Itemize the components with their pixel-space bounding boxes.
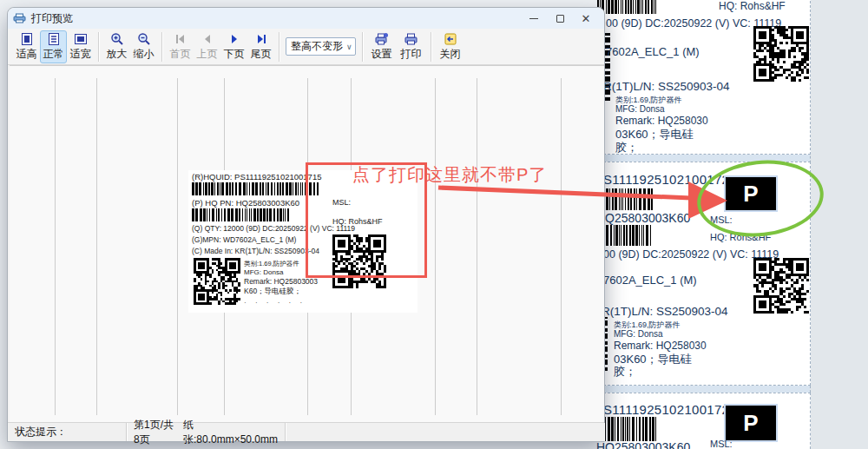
msl-p-mark: P <box>726 406 776 440</box>
label-lot: R(1T)L/N: SS250903-04 <box>602 305 728 318</box>
maximize-button[interactable] <box>547 9 573 28</box>
next-page-button[interactable]: 下页 <box>220 30 247 63</box>
p-letter: P <box>743 181 758 208</box>
print-settings-icon <box>374 32 389 46</box>
label-remark: Remark: HQ258030 <box>614 340 707 352</box>
close-icon: ✕ <box>582 13 591 24</box>
scale-mode-select[interactable]: 整高不变形 ∨ <box>286 37 356 56</box>
label-hquid: S11119251021001721 <box>603 172 737 187</box>
print-preview-window: 打印预览 ✕ 适高 正常 适宽 <box>7 7 605 442</box>
barcode <box>597 417 656 441</box>
printed-label-3: S11119251021001722 P HQ25803003K60 MSL: <box>599 393 811 449</box>
label-mfg: MFG: Donsa <box>615 104 665 114</box>
qr-code <box>753 26 809 82</box>
barcode <box>192 182 319 195</box>
preview-made-in: (C) Made In: KR(1T)L/N: SS250903-04 <box>192 247 319 255</box>
print-settings-button[interactable]: 设置 <box>367 30 397 63</box>
label-guide-line <box>177 78 178 415</box>
window-title: 打印预览 <box>31 11 73 26</box>
label-sheet-panel: HQ: Rohs&HF 00 (9D) DC:20250922 (V) VC: … <box>599 0 868 449</box>
preview-qty: (Q) QTY: 12000 (9D) DC:20250922 (V) VC: … <box>192 224 355 233</box>
print-icon <box>404 32 418 46</box>
prev-page-button[interactable]: 上页 <box>194 30 220 63</box>
label-remark3: 胶； <box>615 140 638 155</box>
qr-code <box>332 234 386 288</box>
close-button[interactable]: ✕ <box>573 9 599 28</box>
label-guide-line <box>55 78 56 415</box>
first-page-button[interactable]: 首页 <box>167 30 194 63</box>
normal-view-icon <box>47 32 61 46</box>
status-extra <box>286 423 604 441</box>
prev-page-label: 上页 <box>197 47 218 62</box>
sheet-gutter <box>810 0 868 449</box>
prev-page-icon <box>201 32 214 46</box>
preview-msl: MSL: <box>332 198 351 207</box>
label-guide-line <box>435 78 436 415</box>
preview-hquid: (R)HQUID: PS11119251021001715 <box>192 172 321 182</box>
label-guide-line <box>477 78 477 415</box>
fit-width-label: 适宽 <box>70 47 91 62</box>
print-label: 打印 <box>401 47 422 62</box>
first-page-icon <box>174 32 187 46</box>
label-mfg: MFG: Donsa <box>614 329 663 339</box>
scale-mode-value: 整高不变形 <box>291 39 343 54</box>
last-page-button[interactable]: 尾页 <box>247 30 274 63</box>
normal-view-label: 正常 <box>43 47 64 62</box>
barcode <box>597 188 654 210</box>
preview-area[interactable]: (R)HQUID: PS11119251021001715 (P) HQ PN:… <box>10 65 604 423</box>
qr-code <box>194 258 240 305</box>
label-msl: MSL: <box>710 215 733 225</box>
label-preview: (R)HQUID: PS11119251021001715 (P) HQ PN:… <box>188 170 418 313</box>
preview-mpn: (G)MPN: WD7602A_ELC_1 (M) <box>192 235 296 244</box>
qr-code <box>753 258 809 314</box>
zoom-out-button[interactable]: 缩小 <box>130 30 157 63</box>
close-preview-label: 关闭 <box>440 47 461 62</box>
label-remark3: 胶； <box>614 364 636 380</box>
preview-remark: Remark: HQ25803003 <box>244 277 318 286</box>
msl-p-mark: P <box>726 177 776 210</box>
last-page-label: 尾页 <box>251 47 272 62</box>
fit-width-icon <box>74 32 88 46</box>
last-page-icon <box>254 32 268 46</box>
toolbar-separator <box>431 32 431 62</box>
label-msl: MSL: <box>710 439 733 449</box>
fit-height-button[interactable]: 适高 <box>13 30 40 63</box>
print-button[interactable]: 打印 <box>397 30 426 63</box>
label-hq: HQ: Rohs&HF <box>719 0 786 12</box>
first-page-label: 首页 <box>170 47 191 62</box>
exit-icon <box>444 32 457 46</box>
toolbar: 适高 正常 适宽 放大 缩 <box>8 29 604 65</box>
toolbar-separator <box>98 32 99 62</box>
fit-width-button[interactable]: 适宽 <box>67 30 94 63</box>
statusbar: 状态提示： 第1页/共8页 纸张:80.0mm×50.0mm <box>8 422 604 441</box>
p-letter: P <box>743 410 758 437</box>
preview-pn: (P) HQ PN: HQ25803003K60 <box>192 198 299 208</box>
zoom-in-label: 放大 <box>107 47 128 62</box>
label-hq: HQ: Rohs&HF <box>710 232 771 242</box>
label-hquid: S11119251021001722 <box>603 402 737 417</box>
barcode <box>597 0 656 14</box>
print-settings-label: 设置 <box>372 47 392 62</box>
toolbar-separator <box>279 32 279 62</box>
minimize-icon <box>529 18 538 19</box>
preview-hq: HQ: Rohs&HF <box>332 217 383 226</box>
printed-label-2: S11119251021001721 P HQ25803003K60 MSL: … <box>599 162 811 386</box>
label-guide-line <box>561 78 562 415</box>
label-mpn: 7602A_ELC_1 (M) <box>603 274 697 287</box>
zoom-out-label: 缩小 <box>134 47 155 62</box>
fit-height-label: 适高 <box>16 47 37 62</box>
minimize-button[interactable] <box>521 9 547 28</box>
fit-height-icon <box>20 32 34 46</box>
status-paper: 纸张:80.0mm×50.0mm <box>183 418 278 447</box>
titlebar[interactable]: 打印预览 ✕ <box>8 8 604 29</box>
preview-mfg: MFG: Donsa <box>244 268 283 276</box>
preview-dots: · · · · · · <box>244 299 306 307</box>
label-mpn: 7602A_ELC_1 (M) <box>606 45 700 58</box>
label-remark: Remark: HQ258030 <box>615 115 708 127</box>
normal-view-button[interactable]: 正常 <box>40 30 67 63</box>
zoom-in-button[interactable]: 放大 <box>103 30 130 63</box>
zoom-out-icon <box>137 32 151 46</box>
maximize-icon <box>556 15 564 23</box>
close-preview-button[interactable]: 关闭 <box>436 30 465 63</box>
toolbar-separator <box>161 32 162 62</box>
